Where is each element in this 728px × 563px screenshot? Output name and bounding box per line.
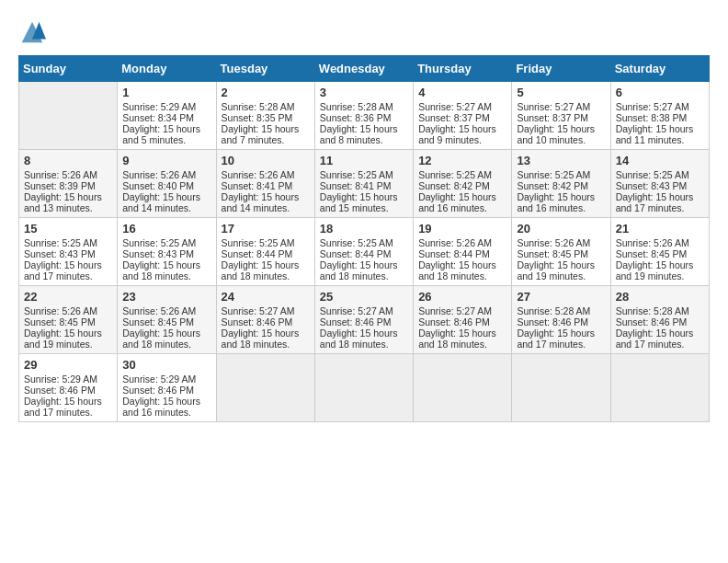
sunset-text: Sunset: 8:37 PM <box>517 112 588 123</box>
calendar-cell: 22Sunrise: 5:26 AMSunset: 8:45 PMDayligh… <box>19 286 118 354</box>
calendar-cell: 6Sunrise: 5:27 AMSunset: 8:38 PMDaylight… <box>610 82 709 150</box>
calendar-cell: 16Sunrise: 5:25 AMSunset: 8:43 PMDayligh… <box>118 218 216 286</box>
sunset-text: Sunset: 8:37 PM <box>418 112 490 123</box>
daylight-text: Daylight: 15 hours and 13 minutes. <box>24 191 102 213</box>
sunset-text: Sunset: 8:44 PM <box>222 248 293 259</box>
daylight-text: Daylight: 15 hours and 17 minutes. <box>24 396 102 418</box>
sunset-text: Sunset: 8:43 PM <box>24 248 96 259</box>
sunrise-text: Sunrise: 5:26 AM <box>122 169 196 180</box>
sunset-text: Sunset: 8:45 PM <box>517 248 588 259</box>
sunrise-text: Sunrise: 5:26 AM <box>24 169 97 180</box>
day-number: 6 <box>616 86 704 99</box>
calendar-cell: 27Sunrise: 5:28 AMSunset: 8:46 PMDayligh… <box>512 286 610 354</box>
calendar-cell: 29Sunrise: 5:29 AMSunset: 8:46 PMDayligh… <box>19 354 118 422</box>
calendar-cell <box>610 354 709 422</box>
day-number: 15 <box>24 222 112 236</box>
sunset-text: Sunset: 8:46 PM <box>24 385 96 396</box>
day-number: 4 <box>418 86 506 99</box>
daylight-text: Daylight: 15 hours and 19 minutes. <box>517 259 595 282</box>
day-number: 1 <box>122 86 210 99</box>
calendar-cell: 25Sunrise: 5:27 AMSunset: 8:46 PMDayligh… <box>314 286 413 354</box>
sunrise-text: Sunrise: 5:26 AM <box>122 305 196 316</box>
calendar-header-wednesday: Wednesday <box>314 56 413 82</box>
calendar-cell: 4Sunrise: 5:27 AMSunset: 8:37 PMDaylight… <box>414 82 512 150</box>
calendar-week-row: 29Sunrise: 5:29 AMSunset: 8:46 PMDayligh… <box>19 354 710 422</box>
sunrise-text: Sunrise: 5:25 AM <box>418 169 492 180</box>
sunrise-text: Sunrise: 5:26 AM <box>517 237 590 248</box>
day-number: 17 <box>222 222 310 236</box>
header <box>18 18 710 46</box>
sunrise-text: Sunrise: 5:27 AM <box>222 305 295 316</box>
sunset-text: Sunset: 8:43 PM <box>616 180 688 191</box>
calendar-cell: 19Sunrise: 5:26 AMSunset: 8:44 PMDayligh… <box>414 218 512 286</box>
sunrise-text: Sunrise: 5:26 AM <box>418 237 492 248</box>
sunrise-text: Sunrise: 5:29 AM <box>122 101 196 112</box>
calendar-cell <box>512 354 610 422</box>
sunrise-text: Sunrise: 5:27 AM <box>320 305 393 316</box>
calendar-header-sunday: Sunday <box>19 56 118 82</box>
sunset-text: Sunset: 8:40 PM <box>122 180 194 191</box>
sunset-text: Sunset: 8:44 PM <box>418 248 490 259</box>
daylight-text: Daylight: 15 hours and 10 minutes. <box>517 123 595 145</box>
daylight-text: Daylight: 15 hours and 17 minutes. <box>517 327 595 350</box>
calendar-cell: 28Sunrise: 5:28 AMSunset: 8:46 PMDayligh… <box>610 286 709 354</box>
sunset-text: Sunset: 8:44 PM <box>320 248 392 259</box>
calendar-cell: 23Sunrise: 5:26 AMSunset: 8:45 PMDayligh… <box>118 286 216 354</box>
calendar-cell <box>19 82 118 150</box>
day-number: 24 <box>222 290 310 304</box>
sunrise-text: Sunrise: 5:28 AM <box>616 305 689 316</box>
day-number: 2 <box>222 86 310 99</box>
sunset-text: Sunset: 8:41 PM <box>222 180 293 191</box>
calendar-cell: 3Sunrise: 5:28 AMSunset: 8:36 PMDaylight… <box>314 82 413 150</box>
daylight-text: Daylight: 15 hours and 16 minutes. <box>122 396 200 418</box>
calendar-cell <box>314 354 413 422</box>
daylight-text: Daylight: 15 hours and 14 minutes. <box>122 191 200 213</box>
daylight-text: Daylight: 15 hours and 18 minutes. <box>418 327 496 350</box>
calendar-table: SundayMondayTuesdayWednesdayThursdayFrid… <box>18 55 710 422</box>
day-number: 11 <box>320 154 408 167</box>
sunrise-text: Sunrise: 5:25 AM <box>222 237 295 248</box>
calendar-cell: 9Sunrise: 5:26 AMSunset: 8:40 PMDaylight… <box>118 150 216 218</box>
day-number: 8 <box>24 154 112 167</box>
calendar-cell: 14Sunrise: 5:25 AMSunset: 8:43 PMDayligh… <box>610 150 709 218</box>
calendar-header-monday: Monday <box>118 56 216 82</box>
calendar-cell: 11Sunrise: 5:25 AMSunset: 8:41 PMDayligh… <box>314 150 413 218</box>
day-number: 27 <box>517 290 605 304</box>
sunset-text: Sunset: 8:46 PM <box>517 316 588 327</box>
sunset-text: Sunset: 8:42 PM <box>517 180 588 191</box>
sunrise-text: Sunrise: 5:26 AM <box>616 237 689 248</box>
daylight-text: Daylight: 15 hours and 18 minutes. <box>122 259 200 282</box>
day-number: 14 <box>616 154 704 167</box>
sunrise-text: Sunrise: 5:25 AM <box>122 237 196 248</box>
daylight-text: Daylight: 15 hours and 17 minutes. <box>616 191 694 213</box>
calendar-cell: 18Sunrise: 5:25 AMSunset: 8:44 PMDayligh… <box>314 218 413 286</box>
day-number: 25 <box>320 290 408 304</box>
day-number: 9 <box>122 154 210 167</box>
daylight-text: Daylight: 15 hours and 17 minutes. <box>616 327 694 350</box>
sunset-text: Sunset: 8:41 PM <box>320 180 392 191</box>
sunrise-text: Sunrise: 5:26 AM <box>24 305 97 316</box>
calendar-cell: 5Sunrise: 5:27 AMSunset: 8:37 PMDaylight… <box>512 82 610 150</box>
calendar-header-saturday: Saturday <box>610 56 709 82</box>
calendar-header-tuesday: Tuesday <box>216 56 314 82</box>
logo <box>18 18 50 46</box>
sunset-text: Sunset: 8:45 PM <box>24 316 96 327</box>
calendar-week-row: 15Sunrise: 5:25 AMSunset: 8:43 PMDayligh… <box>19 218 710 286</box>
sunset-text: Sunset: 8:39 PM <box>24 180 96 191</box>
sunrise-text: Sunrise: 5:27 AM <box>517 101 590 112</box>
daylight-text: Daylight: 15 hours and 5 minutes. <box>122 123 200 145</box>
sunset-text: Sunset: 8:46 PM <box>418 316 490 327</box>
calendar-cell: 30Sunrise: 5:29 AMSunset: 8:46 PMDayligh… <box>118 354 216 422</box>
day-number: 13 <box>517 154 605 167</box>
sunrise-text: Sunrise: 5:27 AM <box>418 101 492 112</box>
daylight-text: Daylight: 15 hours and 18 minutes. <box>222 327 300 350</box>
sunrise-text: Sunrise: 5:25 AM <box>616 169 689 180</box>
daylight-text: Daylight: 15 hours and 18 minutes. <box>418 259 496 282</box>
daylight-text: Daylight: 15 hours and 16 minutes. <box>517 191 595 213</box>
sunset-text: Sunset: 8:46 PM <box>122 385 194 396</box>
day-number: 19 <box>418 222 506 236</box>
sunrise-text: Sunrise: 5:25 AM <box>320 169 393 180</box>
sunrise-text: Sunrise: 5:28 AM <box>517 305 590 316</box>
calendar-cell: 17Sunrise: 5:25 AMSunset: 8:44 PMDayligh… <box>216 218 314 286</box>
calendar-week-row: 1Sunrise: 5:29 AMSunset: 8:34 PMDaylight… <box>19 82 710 150</box>
